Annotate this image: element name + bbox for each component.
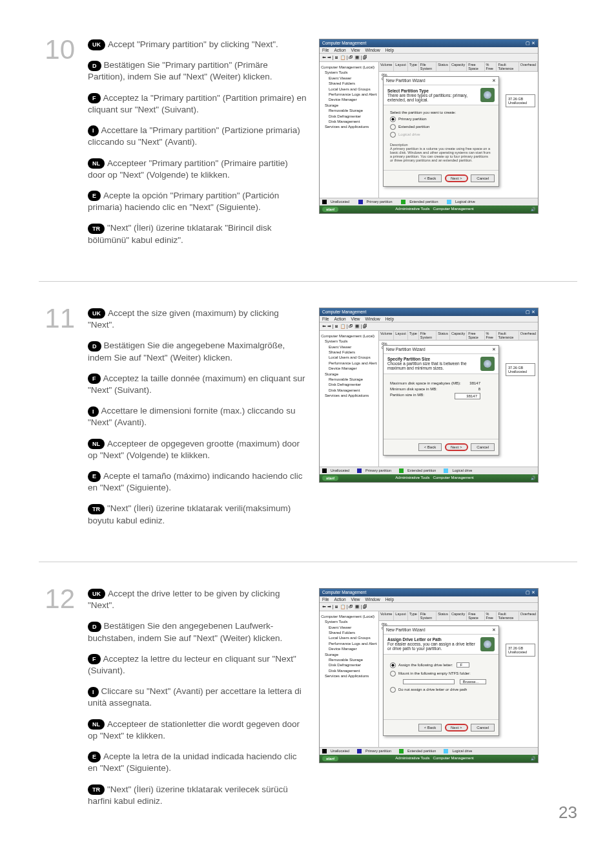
screenshot-step11: Computer Management▢ ✕ FileActionViewWin… xyxy=(319,308,577,536)
wizard-prompt: Select the partition you want to create: xyxy=(390,111,492,114)
lang-badge-f: F xyxy=(88,93,101,103)
page-number: 23 xyxy=(559,803,577,823)
step-number: 11 xyxy=(39,305,75,536)
new-partition-wizard: New Partition Wizard✕ Specify Partition … xyxy=(383,345,499,456)
partition-size-input[interactable]: 38147 xyxy=(455,393,480,399)
close-icon[interactable]: ✕ xyxy=(492,347,496,352)
lang-badge-i: I xyxy=(88,125,99,136)
step-12: 12 UKAccept the drive letter to be given… xyxy=(39,588,577,842)
min-size-value: 8 xyxy=(478,387,480,391)
close-icon[interactable]: ✕ xyxy=(492,627,496,633)
back-button[interactable]: < Back xyxy=(418,174,442,182)
radio-no-assign[interactable]: Do not assign a drive letter or drive pa… xyxy=(390,687,492,693)
disk-icon xyxy=(480,88,495,102)
next-button[interactable]: Next > xyxy=(445,443,468,451)
new-partition-wizard: New Partition Wizard✕ Select Partition T… xyxy=(383,76,499,187)
lang-badge-uk: UK xyxy=(88,39,105,50)
wizard-title: New Partition Wizard xyxy=(386,78,426,83)
next-button[interactable]: Next > xyxy=(445,724,468,731)
wizard-heading: Select Partition Type xyxy=(387,89,477,93)
lang-badge-e: E xyxy=(88,191,101,201)
step-number: 10 xyxy=(39,36,75,255)
step-number: 12 xyxy=(39,585,75,816)
lang-badge-d: D xyxy=(88,61,101,71)
lang-badge-nl: NL xyxy=(88,158,105,169)
instructions-column: UKAccept the drive letter to be given by… xyxy=(88,588,307,816)
computer-management-window: Computer Management▢ ✕ FileActionViewWin… xyxy=(319,308,539,483)
menubar[interactable]: FileActionViewWindowHelp xyxy=(320,47,538,54)
radio-primary[interactable]: Primary partition xyxy=(390,116,492,122)
legend: Unallocated Primary partition Extended p… xyxy=(320,198,538,205)
text-e: Acepte la opción "Primary partition" (Pa… xyxy=(88,191,279,212)
back-button[interactable]: < Back xyxy=(418,443,442,451)
start-button[interactable]: start xyxy=(322,207,338,212)
toolbar[interactable]: ⬅ ➡ | 🗉 📋 | 🗗 🔳 | 🗐 xyxy=(320,54,538,62)
window-title: Computer Management xyxy=(322,41,366,46)
cancel-button[interactable]: Cancel xyxy=(471,174,495,182)
window-titlebar: Computer Management▢ ✕ xyxy=(320,39,538,47)
radio-extended[interactable]: Extended partition xyxy=(390,124,492,130)
radio-assign-letter[interactable]: Assign the following drive letter:F xyxy=(390,662,492,668)
computer-management-window: Computer Management▢ ✕ FileActionViewWin… xyxy=(319,588,539,763)
text-nl: Accepteer "Primary partition" (Primaire … xyxy=(88,158,288,180)
drive-letter-select[interactable]: F xyxy=(457,662,469,668)
nav-tree[interactable]: Computer Management (Local) System Tools… xyxy=(320,62,379,198)
lang-badge-tr: TR xyxy=(88,224,105,234)
step-10: 10 UKAccept "Primary partition" by click… xyxy=(39,39,577,282)
radio-mount-folder[interactable]: Mount in the following empty NTFS folder… xyxy=(390,671,492,677)
radio-logical: Logical drive xyxy=(390,132,492,138)
computer-management-window: Computer Management▢ ✕ FileActionViewWin… xyxy=(319,39,539,214)
next-button[interactable]: Next > xyxy=(445,174,468,182)
window-controls[interactable]: ▢ ✕ xyxy=(526,41,535,46)
disk-graphic: 37.26 GBUnallocated xyxy=(506,94,535,109)
text-d: Bestätigen Sie "Primary partition" (Prim… xyxy=(88,60,272,81)
wizard-subtext: There are three types of partitions: pri… xyxy=(387,93,467,102)
disk-columns: VolumeLayoutTypeFile SystemStatusCapacit… xyxy=(379,62,538,72)
instructions-column: UKAccept "Primary partition" by clicking… xyxy=(88,39,307,255)
screenshot-step12: Computer Management▢ ✕ FileActionViewWin… xyxy=(319,588,577,816)
screenshot-step10: Computer Management▢ ✕ FileActionViewWin… xyxy=(319,39,577,255)
taskbar[interactable]: startAdministrative Tools Computer Manag… xyxy=(320,205,538,213)
back-button[interactable]: < Back xyxy=(418,724,442,731)
max-size-value: 38147 xyxy=(469,381,480,385)
instructions-column: UKAccept the size given (maximum) by cli… xyxy=(88,308,307,536)
cancel-button[interactable]: Cancel xyxy=(471,724,495,731)
text-f: Acceptez la "Primary partition" (Partiti… xyxy=(88,93,306,114)
text-uk: Accept "Primary partition" by clicking "… xyxy=(108,39,278,49)
disk-icon xyxy=(480,357,495,371)
desc-text: A primary partition is a volume you crea… xyxy=(390,147,492,162)
close-icon[interactable]: ✕ xyxy=(492,78,496,83)
new-partition-wizard: New Partition Wizard✕ Assign Drive Lette… xyxy=(383,626,499,736)
text-tr: "Next" (İleri) üzerine tıklatarak "Birin… xyxy=(88,223,271,244)
browse-button[interactable]: Browse... xyxy=(460,679,486,684)
text-i: Accettare la "Primary partition" (Partiz… xyxy=(88,125,300,147)
disk-icon xyxy=(480,637,495,651)
cancel-button[interactable]: Cancel xyxy=(471,443,495,451)
step-11: 11 UKAccept the size given (maximum) by … xyxy=(39,308,577,562)
